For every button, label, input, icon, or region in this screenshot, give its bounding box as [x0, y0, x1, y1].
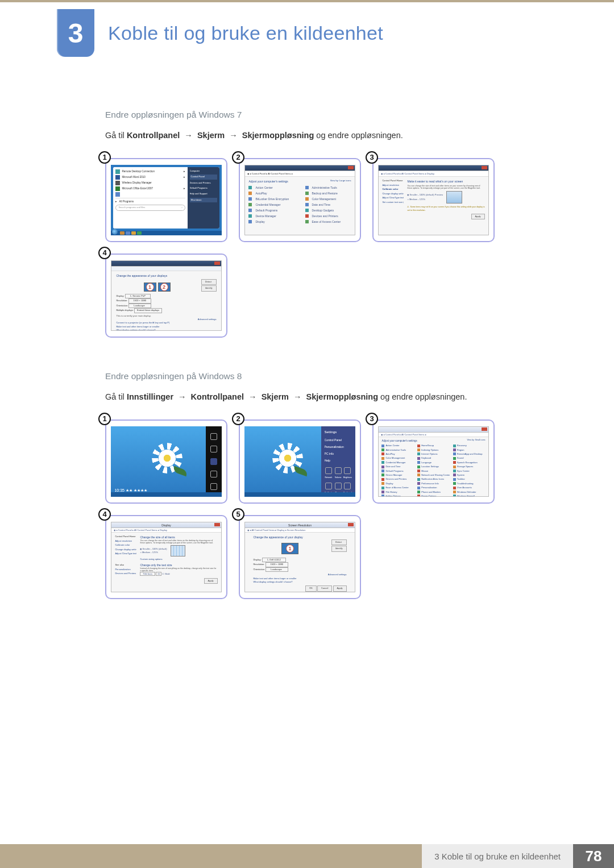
network-icon	[325, 467, 332, 474]
text: Gå til	[105, 392, 127, 401]
cp-item: Sound	[453, 456, 486, 460]
path-display: Skjerm	[262, 392, 289, 401]
cp-list: Action CenterAdministrative ToolsAutoPla…	[381, 444, 485, 497]
screenshot-frame: Display ◉ ▸ Control Panel ▸ All Control …	[105, 515, 227, 599]
step-badge: 3	[366, 413, 378, 425]
start-charm-icon	[210, 458, 217, 465]
cp-item: Region	[453, 448, 486, 452]
sidebar: Control Panel Home Adjust resolution Cal…	[382, 179, 404, 235]
win7-step-3: 3 ◉ ▸ Control Panel ▸ All Control Panel …	[372, 158, 495, 242]
step-badge: 4	[98, 508, 111, 521]
cp-item: System	[453, 474, 486, 477]
cp-item: File History	[381, 491, 414, 494]
cp-item: Devices and Printers	[305, 214, 351, 218]
cp-item: Notification Area Icons	[417, 477, 450, 481]
cp-item: Administrative Tools	[305, 185, 351, 190]
leaf-icon	[172, 466, 188, 476]
cp-item: Folder Options	[381, 495, 414, 497]
cp-item: Storage Spaces	[453, 465, 486, 468]
cp-item: Phone and Modem	[417, 491, 450, 494]
win7-heading: Endre oppløsningen på Windows 7	[105, 108, 557, 122]
cp-item: Default Programs	[248, 208, 294, 213]
monitor-1-icon: 1	[146, 283, 154, 291]
cp-item: Mouse	[417, 470, 450, 473]
win8-step-3: 3 ◉ ▸ Control Panel ▸ All Control Panel …	[372, 420, 495, 504]
cp-item: HomeGroup	[417, 444, 450, 447]
path-control-panel: Kontrollpanel	[191, 392, 244, 401]
cp-item: Display	[248, 219, 294, 224]
apply-button: Apply	[204, 578, 218, 584]
path-control-panel: Kontrollpanel	[127, 131, 180, 140]
start-menu-left: Remote Desktop Connection▸ Microsoft Wor…	[113, 167, 187, 229]
win8-heading: Endre oppløsningen på Windows 8	[105, 369, 557, 384]
window-titlebar	[245, 165, 354, 171]
cp-item: Credential Manager	[248, 202, 294, 207]
footer-chapter-label: 3 Koble til og bruke en kildeenhet	[422, 844, 573, 868]
win7-step-1: 1 Remote Desktop Connection▸ Microsoft W…	[105, 158, 227, 242]
toolbar	[111, 267, 221, 271]
win7-step-2: 2 ◉ ▸ Control Panel ▸ All Control Panel …	[239, 158, 361, 242]
brightness-icon	[344, 467, 351, 474]
ok-button: OK	[305, 585, 317, 591]
text: Gå til	[105, 131, 127, 140]
win8-path: Gå til Innstillinger → Kontrollpanel → S…	[105, 391, 557, 404]
screenshot-frame: Screen Resolution ◉ ▸ All Control Panel …	[239, 515, 361, 599]
path-screen-resolution: Skjermoppløsning	[242, 131, 314, 140]
monitor-diagram: 1 2	[116, 283, 197, 292]
screenshot-frame: ◉ ▸ Control Panel ▸ All Control Panel It…	[239, 158, 361, 242]
cp-item: Devices and Printers	[381, 477, 414, 481]
start-item: Remote Desktop Connection▸	[115, 169, 185, 174]
page-number: 78	[573, 844, 614, 868]
cp-item: Language	[417, 461, 450, 464]
monitor-preview-icon	[446, 191, 462, 203]
chapter-header: 3 Koble til og bruke en kildeenhet	[0, 2, 614, 57]
cp-item: Color Management	[381, 456, 414, 460]
win8-step-1: 1 10:35 ★★ ★★★★	[105, 420, 227, 504]
devices-charm-icon	[210, 471, 217, 477]
cp-item: Keyboard	[417, 456, 450, 460]
window-titlebar	[111, 261, 221, 267]
step-badge: 3	[366, 151, 378, 164]
keyboard-icon	[344, 483, 351, 489]
win7-thumbnails: 1 Remote Desktop Connection▸ Microsoft W…	[105, 158, 557, 338]
step-badge: 5	[232, 508, 244, 521]
page-footer: 3 Koble til og bruke en kildeenhet 78	[0, 844, 614, 868]
screenshot-frame: 10:35 ★★ ★★★★	[105, 420, 227, 504]
detect-button: Detect	[331, 539, 347, 545]
cp-item: Windows Defender	[453, 491, 486, 494]
win7-path: Gå til Kontrollpanel → Skjerm → Skjermop…	[105, 129, 557, 142]
taskbar	[244, 492, 355, 497]
settings-charm-icon	[210, 483, 217, 490]
text: og endre oppløsningen.	[316, 131, 403, 140]
cp-item: Indexing Options	[417, 448, 450, 452]
win8-step-4: 4 Display ◉ ▸ Control Panel ▸ All Contro…	[105, 515, 227, 599]
close-icon	[482, 427, 487, 431]
breadcrumb: ◉ ▸ Control Panel ▸ All Control Panel It…	[379, 171, 488, 177]
arrow-icon: →	[227, 131, 240, 140]
cp-item: Recovery	[453, 444, 486, 447]
breadcrumb: ◉ ▸ Control Panel ▸ All Control Panel It…	[379, 433, 488, 437]
cp-item: Troubleshooting	[453, 482, 486, 485]
step-badge: 2	[232, 413, 244, 425]
sidebar: Control Panel Home Adjust resolution Cal…	[115, 535, 136, 592]
cp-item: Taskbar	[453, 477, 486, 481]
apply-button: Apply	[471, 214, 485, 219]
search-input: Search programs and files⌕	[115, 205, 185, 210]
identify-button: Identify	[331, 546, 347, 551]
window-titlebar: Display	[111, 522, 221, 528]
apply-button: Apply	[333, 585, 347, 591]
cp-item: Display	[381, 482, 414, 485]
page: 3 Koble til og bruke en kildeenhet Endre…	[0, 0, 614, 868]
cp-heading: Adjust your computer's settings	[248, 179, 288, 184]
chapter-number-tab: 3	[57, 9, 94, 57]
close-icon	[214, 523, 220, 526]
cp-item: Speech Recognition	[453, 461, 486, 464]
breadcrumb: ◉ ▸ Control Panel ▸ All Control Panel It…	[111, 528, 221, 533]
quick-launch	[120, 231, 142, 235]
cp-item: Default Programs	[381, 470, 414, 473]
window-titlebar	[379, 165, 488, 171]
window-titlebar: Screen Resolution	[245, 522, 354, 528]
cp-item: Device Manager	[248, 214, 294, 218]
main-pane: Change the size of all items You can cha…	[140, 535, 217, 592]
start-item: Microsoft Office Excel 2007▸	[115, 186, 185, 191]
